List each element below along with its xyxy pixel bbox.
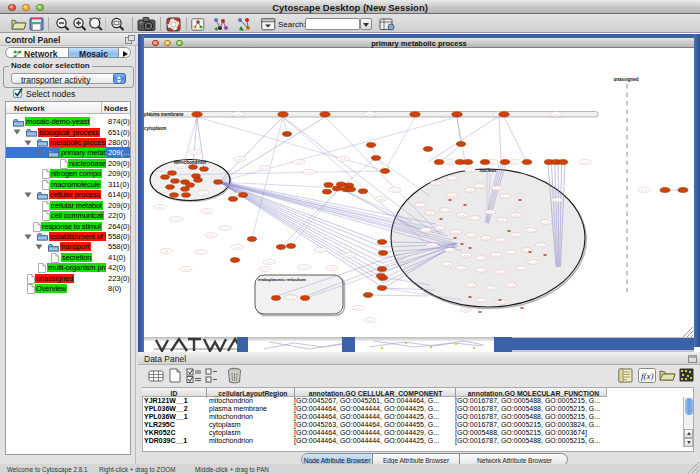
svg-text:[....]: [....] xyxy=(473,217,477,220)
svg-text:cytoplasm: cytoplasm xyxy=(144,126,166,131)
svg-text:unassigned: unassigned xyxy=(613,77,638,82)
svg-text:[....]: [....] xyxy=(368,113,372,116)
svg-text:[....]: [....] xyxy=(330,267,334,270)
svg-text:[....]: [....] xyxy=(464,309,468,312)
svg-text:plasma membrane: plasma membrane xyxy=(144,112,184,117)
svg-text:[....]: [....] xyxy=(368,319,372,322)
svg-text:[....]: [....] xyxy=(503,195,507,198)
svg-text:[....]: [....] xyxy=(263,268,267,271)
svg-text:[....]: [....] xyxy=(448,249,452,252)
svg-text:[....]: [....] xyxy=(479,269,483,272)
svg-text:[....]: [....] xyxy=(356,307,360,310)
svg-text:[....]: [....] xyxy=(438,227,442,230)
svg-text:[....]: [....] xyxy=(489,287,493,290)
svg-text:[....]: [....] xyxy=(348,254,352,257)
svg-text:[....]: [....] xyxy=(307,171,311,174)
svg-text:[....]: [....] xyxy=(469,234,473,237)
svg-text:f(x): f(x) xyxy=(641,371,654,381)
svg-text:[....]: [....] xyxy=(554,113,558,116)
svg-text:[....]: [....] xyxy=(205,210,209,213)
svg-text:[....]: [....] xyxy=(514,214,518,217)
svg-text:[....]: [....] xyxy=(379,198,383,201)
svg-text:[....]: [....] xyxy=(519,267,523,270)
svg-text:[....]: [....] xyxy=(199,251,203,254)
svg-text:[....]: [....] xyxy=(459,267,463,270)
svg-text:[....]: [....] xyxy=(478,185,482,188)
svg-text:[....]: [....] xyxy=(174,218,178,221)
svg-text:[....]: [....] xyxy=(509,284,513,287)
svg-text:[....]: [....] xyxy=(454,231,458,234)
svg-text:[....]: [....] xyxy=(267,261,271,264)
svg-text:[....]: [....] xyxy=(539,244,543,247)
svg-text:[....]: [....] xyxy=(161,189,165,192)
svg-text:[....]: [....] xyxy=(235,246,239,249)
svg-text:[....]: [....] xyxy=(479,299,483,302)
svg-text:[....]: [....] xyxy=(302,266,306,269)
svg-text:[....]: [....] xyxy=(488,211,492,214)
svg-text:[....]: [....] xyxy=(263,167,267,170)
svg-text:[....]: [....] xyxy=(555,199,559,202)
svg-text:[....]: [....] xyxy=(469,284,473,287)
svg-text:[....]: [....] xyxy=(430,244,434,247)
svg-text:[....]: [....] xyxy=(484,237,488,240)
svg-text:[....]: [....] xyxy=(393,189,397,192)
svg-text:[....]: [....] xyxy=(468,189,472,192)
svg-text:[....]: [....] xyxy=(490,161,494,164)
svg-text:[....]: [....] xyxy=(583,161,587,164)
svg-text:[....]: [....] xyxy=(499,271,503,274)
svg-text:[....]: [....] xyxy=(289,297,293,300)
svg-text:[....]: [....] xyxy=(193,151,197,154)
svg-text:[....]: [....] xyxy=(509,251,513,254)
svg-text:[....]: [....] xyxy=(318,249,322,252)
svg-text:[....]: [....] xyxy=(464,254,468,257)
svg-text:[....]: [....] xyxy=(209,234,213,237)
svg-text:[....]: [....] xyxy=(642,189,646,192)
svg-text:[....]: [....] xyxy=(445,263,449,266)
svg-text:[....]: [....] xyxy=(531,261,535,264)
svg-text:[....]: [....] xyxy=(179,165,183,168)
svg-text:[....]: [....] xyxy=(494,254,498,257)
svg-text:[....]: [....] xyxy=(529,229,533,232)
svg-text:endoplasmic reticulum: endoplasmic reticulum xyxy=(258,277,306,282)
svg-text:[....]: [....] xyxy=(544,221,548,224)
svg-text:[....]: [....] xyxy=(158,206,162,209)
svg-text:[....]: [....] xyxy=(460,214,464,217)
svg-text:[....]: [....] xyxy=(434,182,438,185)
svg-text:[....]: [....] xyxy=(223,227,227,230)
svg-text:[....]: [....] xyxy=(443,209,447,212)
svg-text:[....]: [....] xyxy=(297,161,301,164)
svg-text:[....]: [....] xyxy=(450,194,454,197)
svg-text:[....]: [....] xyxy=(341,158,345,161)
svg-text:[....]: [....] xyxy=(236,113,240,116)
svg-text:[....]: [....] xyxy=(500,219,504,222)
svg-text:[....]: [....] xyxy=(479,257,483,260)
svg-text:[....]: [....] xyxy=(499,301,503,304)
svg-text:[....]: [....] xyxy=(450,177,454,180)
svg-text:[....]: [....] xyxy=(499,239,503,242)
svg-text:[....]: [....] xyxy=(428,212,432,215)
svg-text:[....]: [....] xyxy=(468,169,472,172)
svg-text:[....]: [....] xyxy=(418,204,422,207)
svg-text:[....]: [....] xyxy=(448,161,452,164)
svg-text:[....]: [....] xyxy=(164,250,168,253)
svg-text:[....]: [....] xyxy=(238,158,242,161)
svg-text:nucleus: nucleus xyxy=(479,168,497,173)
svg-text:[....]: [....] xyxy=(513,161,517,164)
svg-text:[....]: [....] xyxy=(424,229,428,232)
svg-text:[....]: [....] xyxy=(514,234,518,237)
svg-text:[....]: [....] xyxy=(184,268,188,271)
svg-text:[....]: [....] xyxy=(201,192,205,195)
svg-text:[....]: [....] xyxy=(495,187,499,190)
